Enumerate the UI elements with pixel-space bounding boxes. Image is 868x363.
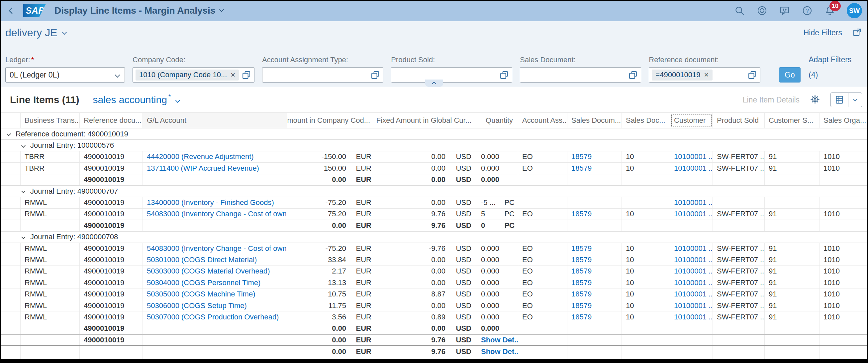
- gl-account-link[interactable]: 50304000 (COGS Personnel Time): [147, 278, 260, 287]
- column-header-account-assignment[interactable]: Account Ass...: [518, 113, 567, 128]
- row-selector[interactable]: [0, 266, 21, 277]
- customer-link[interactable]: 10100001 ...: [674, 164, 713, 173]
- back-button[interactable]: [5, 4, 19, 17]
- sales-document-link[interactable]: 18579: [571, 152, 592, 161]
- sales-document-link[interactable]: 18579: [571, 302, 592, 310]
- help-icon[interactable]: ?: [802, 5, 813, 16]
- gl-account-link[interactable]: 13711400 (WIP Accrued Revenue): [147, 164, 259, 173]
- sales-document-link[interactable]: 18579: [571, 164, 592, 173]
- column-header-reference-document[interactable]: Reference docu...: [80, 113, 143, 128]
- table-row[interactable]: TBRR490001001913711400 (WIP Accrued Reve…: [0, 162, 868, 174]
- collapse-group-icon[interactable]: [21, 235, 26, 239]
- table-row[interactable]: RMWL490001001950303000 (COGS Material Ov…: [0, 266, 868, 277]
- column-header-sales-document[interactable]: Sales Docum...: [567, 113, 622, 128]
- column-header-product-sold[interactable]: Product Sold: [713, 113, 765, 128]
- row-selector[interactable]: [0, 197, 21, 208]
- page-variant-selector[interactable]: delivery JE: [5, 27, 66, 39]
- customer-link[interactable]: 10100001 ...: [674, 210, 713, 218]
- column-header-amount-company-code[interactable]: Amount in Company Cod...: [287, 113, 377, 128]
- table-row[interactable]: RMWL490001001950306000 (COGS Setup Time)…: [0, 300, 868, 311]
- collapse-group-icon[interactable]: [7, 132, 11, 136]
- column-header-sales-document-item[interactable]: Sales Doc...: [622, 113, 670, 128]
- table-row[interactable]: RMWL490001001950304000 (COGS Personnel T…: [0, 277, 868, 288]
- column-header-business-transaction[interactable]: Business Trans...: [21, 113, 80, 128]
- export-split-button[interactable]: [831, 92, 862, 107]
- go-button[interactable]: Go: [779, 67, 801, 83]
- sales-document-link[interactable]: 18579: [571, 267, 592, 276]
- sales-document-link[interactable]: 18579: [571, 278, 592, 287]
- table-row[interactable]: RMWL490001001954083000 (Inventory Change…: [0, 208, 868, 220]
- table-row[interactable]: RMWL490001001913400000 (Inventory - Fini…: [0, 197, 868, 208]
- hide-filters-link[interactable]: Hide Filters: [804, 28, 842, 37]
- filter-token[interactable]: =4900010019×: [652, 69, 712, 81]
- customer-link[interactable]: 10100001 ...: [674, 302, 713, 310]
- collapse-filter-bar-button[interactable]: [425, 80, 443, 87]
- table-row[interactable]: TBRR490001001944420000 (Revenue Adjustme…: [0, 151, 868, 162]
- row-selector[interactable]: [0, 254, 21, 265]
- product-sold-input[interactable]: [391, 67, 512, 83]
- row-selector[interactable]: [0, 151, 21, 162]
- gl-account-link[interactable]: 54083000 (Inventory Change - Cost of own…: [147, 244, 287, 253]
- column-header-quantity[interactable]: Quantity: [478, 113, 518, 128]
- column-header-sales-org[interactable]: Sales Orga...: [819, 113, 868, 128]
- sap-logo[interactable]: SAP: [23, 4, 46, 17]
- group-header-row[interactable]: Journal Entry: 100000576: [0, 139, 868, 151]
- sales-document-link[interactable]: 18579: [571, 244, 592, 253]
- gl-account-link[interactable]: 50306000 (COGS Setup Time): [147, 302, 247, 310]
- column-header-gl-account[interactable]: G/L Account: [143, 113, 287, 128]
- sales-document-input[interactable]: [520, 67, 641, 83]
- gl-account-link[interactable]: 50305000 (COGS Machine Time): [147, 290, 255, 299]
- company-code-input[interactable]: 1010 (Company Code 10...×: [132, 67, 254, 83]
- sales-document-link[interactable]: 18579: [571, 290, 592, 299]
- line-item-details-button[interactable]: Line Item Details: [743, 95, 800, 105]
- row-selector[interactable]: [0, 163, 21, 174]
- feedback-icon[interactable]: [779, 5, 790, 16]
- collapse-group-icon[interactable]: [21, 143, 26, 148]
- row-selector[interactable]: [0, 277, 21, 288]
- table-row[interactable]: RMWL490001001950307000 (COGS Production …: [0, 311, 868, 323]
- customer-link[interactable]: 10100001 ...: [674, 255, 713, 264]
- table-variant-selector[interactable]: sales accounting*: [93, 94, 179, 106]
- adapt-filters-link[interactable]: Adapt Filters (4): [809, 52, 863, 83]
- sales-document-link[interactable]: 18579: [571, 255, 592, 264]
- customer-link[interactable]: 10100001 ...: [674, 290, 713, 299]
- remove-token-icon[interactable]: ×: [704, 70, 709, 80]
- value-help-icon[interactable]: [628, 70, 638, 82]
- customer-link[interactable]: 10100001 ...: [674, 152, 713, 161]
- group-header-row[interactable]: Journal Entry: 4900000707: [0, 185, 868, 197]
- gl-account-link[interactable]: 44420000 (Revenue Adjustment): [147, 152, 254, 161]
- customer-link[interactable]: 10100001 ...: [674, 267, 713, 276]
- row-selector[interactable]: [0, 300, 21, 311]
- row-selector[interactable]: [0, 288, 21, 300]
- table-row[interactable]: RMWL490001001950305000 (COGS Machine Tim…: [0, 288, 868, 300]
- copilot-icon[interactable]: [756, 5, 768, 16]
- export-menu-button[interactable]: [848, 99, 862, 101]
- search-icon[interactable]: [734, 5, 745, 16]
- gl-account-link[interactable]: 13400000 (Inventory - Finished Goods): [147, 198, 274, 207]
- select-all-cell[interactable]: [0, 113, 21, 128]
- table-row[interactable]: RMWL490001001950301000 (COGS Direct Mate…: [0, 254, 868, 265]
- ledger-select[interactable]: 0L (Ledger 0L): [5, 67, 125, 83]
- app-title-menu[interactable]: Display Line Items - Margin Analysis: [55, 5, 223, 16]
- share-icon[interactable]: [852, 27, 862, 38]
- row-selector[interactable]: [0, 311, 21, 323]
- value-help-icon[interactable]: [499, 70, 509, 82]
- customer-link[interactable]: 10100001 ...: [674, 278, 713, 287]
- customer-link[interactable]: 10100001 ...: [674, 198, 713, 207]
- collapse-group-icon[interactable]: [21, 189, 26, 193]
- row-selector[interactable]: [0, 208, 21, 220]
- reference-document-input[interactable]: =4900010019×: [649, 67, 760, 83]
- customer-link[interactable]: 10100001 ...: [674, 244, 713, 253]
- export-spreadsheet-icon[interactable]: [831, 95, 848, 105]
- remove-token-icon[interactable]: ×: [230, 70, 235, 80]
- show-details-link[interactable]: Show Det...: [481, 347, 518, 356]
- group-header-row[interactable]: Reference document: 4900010019: [0, 128, 868, 139]
- gl-account-link[interactable]: 50307000 (COGS Production Overhead): [147, 313, 279, 322]
- sales-document-link[interactable]: 18579: [571, 210, 592, 218]
- sales-document-link[interactable]: 18579: [571, 313, 592, 322]
- value-help-icon[interactable]: [241, 70, 251, 82]
- value-help-icon[interactable]: [747, 70, 757, 82]
- account-assignment-type-input[interactable]: [262, 67, 383, 83]
- gl-account-link[interactable]: 54083000 (Inventory Change - Cost of own…: [147, 210, 287, 218]
- row-selector[interactable]: [0, 243, 21, 254]
